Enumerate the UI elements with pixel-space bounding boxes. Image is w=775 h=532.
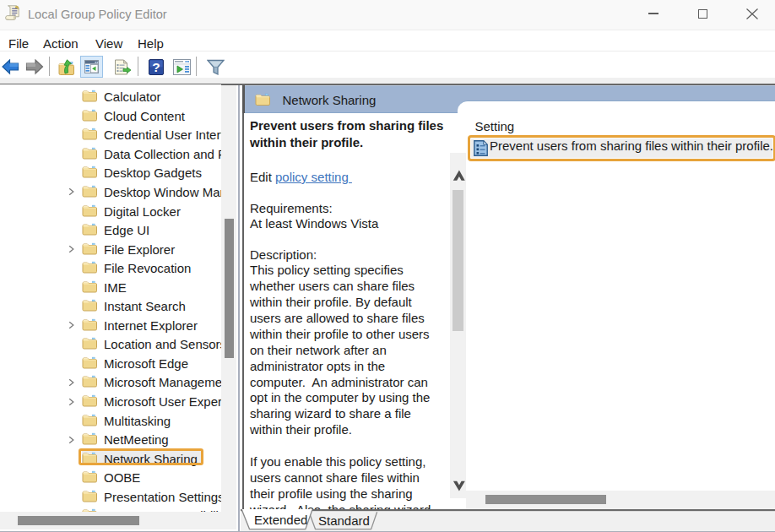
- svg-text:?: ?: [152, 59, 160, 73]
